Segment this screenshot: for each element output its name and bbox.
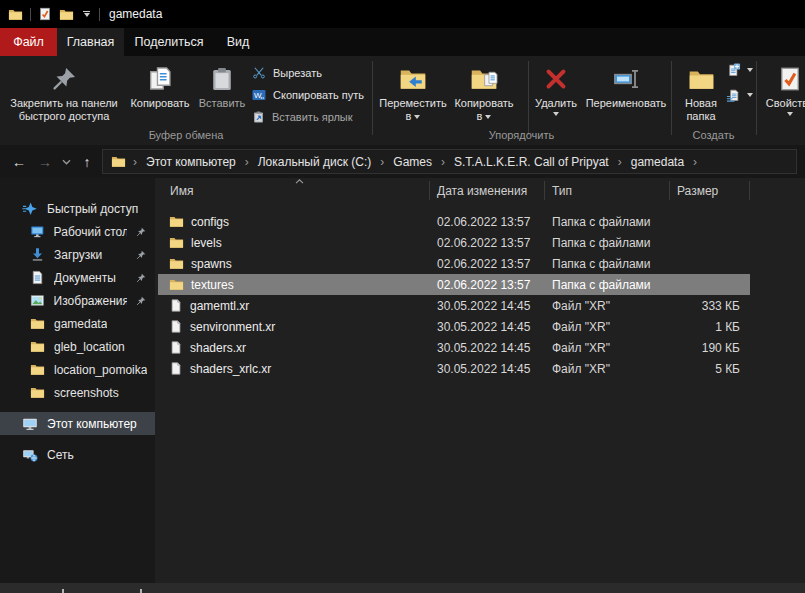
breadcrumb-chevron[interactable]: ›	[378, 155, 386, 169]
breadcrumb-chevron[interactable]: ›	[243, 155, 251, 169]
tab-share[interactable]: Поделиться	[124, 28, 214, 56]
new-folder-icon	[688, 61, 715, 97]
folder-icon	[169, 235, 184, 250]
pin-icon	[136, 227, 146, 237]
dropdown-arrow-icon	[553, 112, 559, 116]
copy-to-button[interactable]: Копировать в	[450, 61, 518, 123]
pin-to-quick-access-button[interactable]: Закрепить на панели быстрого доступа	[6, 61, 122, 123]
table-row-shaders[interactable]: shaders.xr 30.05.2022 14:45 Файл "XR" 19…	[158, 337, 750, 358]
column-header-size[interactable]: Размер	[670, 178, 750, 203]
address-bar[interactable]: › Этот компьютер › Локальный диск (C:) ›…	[102, 149, 797, 174]
breadcrumb-games[interactable]: Games	[387, 153, 438, 171]
new-item-icon	[726, 63, 741, 78]
folder-icon	[169, 214, 184, 229]
tab-home[interactable]: Главная	[57, 28, 124, 56]
sidebar-gap	[0, 435, 155, 443]
tab-file[interactable]: Файл	[0, 28, 57, 56]
address-folder-icon	[111, 154, 126, 169]
status-bar	[0, 583, 805, 593]
paste-button[interactable]: Вставить	[197, 61, 247, 110]
folder-icon	[30, 385, 45, 400]
table-row-senvironment[interactable]: senvironment.xr 30.05.2022 14:45 Файл "X…	[158, 316, 750, 337]
table-row-levels[interactable]: levels 02.06.2022 13:57 Папка с файлами	[158, 232, 750, 253]
back-button[interactable]: ←	[8, 151, 30, 173]
sidebar-item-documents[interactable]: Документы	[0, 266, 155, 289]
quick-access-star-icon	[22, 201, 38, 217]
ribbon: Закрепить на панели быстрого доступа Коп…	[0, 56, 805, 145]
ribbon-group-divider	[671, 61, 672, 135]
paste-shortcut-button[interactable]: Вставить ярлык	[252, 109, 364, 125]
pin-icon	[136, 296, 146, 306]
dropdown-arrow-icon	[747, 93, 753, 97]
sidebar-item-screenshots[interactable]: screenshots	[0, 381, 155, 404]
title-bar: gamedata	[0, 0, 805, 28]
new-folder-button[interactable]: Новая папка	[676, 61, 726, 123]
sidebar-item-gleb-location[interactable]: gleb_location	[0, 335, 155, 358]
dropdown-arrow-icon	[747, 68, 753, 72]
breadcrumb-gamedata[interactable]: gamedata	[625, 153, 690, 171]
svg-text:W: W	[254, 91, 262, 100]
pin-icon	[136, 273, 146, 283]
desktop-icon	[30, 224, 45, 239]
breadcrumb-this-pc[interactable]: Этот компьютер	[140, 153, 242, 171]
ribbon-inner-divider	[528, 61, 529, 135]
delete-x-icon	[544, 61, 568, 97]
column-header-type[interactable]: Тип	[545, 178, 670, 203]
column-header-date-modified[interactable]: Дата изменения	[430, 178, 545, 203]
sidebar-item-quick-access[interactable]: Быстрый доступ	[0, 197, 155, 220]
dropdown-arrow-icon	[414, 115, 420, 119]
pushpin-icon	[51, 61, 77, 97]
main-content: Быстрый доступ Рабочий стол Загрузки Док…	[0, 178, 805, 583]
copy-icon	[147, 61, 174, 97]
rename-button[interactable]: Переименовать	[582, 61, 670, 110]
breadcrumb-chevron[interactable]: ›	[439, 155, 447, 169]
recent-locations-chevron-icon[interactable]	[60, 159, 72, 165]
folder-icon	[30, 362, 45, 377]
easy-access-button[interactable]	[726, 87, 753, 103]
table-row-shaders-xrlc[interactable]: shaders_xrlc.xr 30.05.2022 14:45 Файл "X…	[158, 358, 750, 379]
folder-icon	[169, 277, 184, 292]
ribbon-group-divider	[756, 61, 757, 135]
qat-customize-chevron-icon[interactable]	[81, 9, 92, 19]
qat-properties-icon[interactable]	[38, 7, 52, 21]
breadcrumb-chevron[interactable]: ›	[691, 155, 699, 169]
computer-icon	[22, 416, 38, 432]
qat-new-folder-icon[interactable]	[59, 7, 74, 22]
sidebar-item-this-pc[interactable]: Этот компьютер	[0, 412, 155, 435]
folder-icon	[169, 256, 184, 271]
copy-path-icon: W	[252, 89, 266, 101]
pin-icon	[136, 250, 146, 260]
delete-button[interactable]: Удалить	[530, 61, 582, 116]
table-row-configs[interactable]: configs 02.06.2022 13:57 Папка с файлами	[158, 211, 750, 232]
breadcrumb-chevron: ›	[131, 155, 139, 169]
documents-icon	[30, 270, 45, 285]
forward-button[interactable]: →	[34, 151, 56, 173]
copy-button[interactable]: Копировать	[124, 61, 196, 110]
table-row-textures[interactable]: textures 02.06.2022 13:57 Папка с файлам…	[158, 274, 750, 295]
move-to-button[interactable]: Переместить в	[378, 61, 448, 123]
cut-button[interactable]: Вырезать	[252, 65, 364, 81]
paste-shortcut-icon	[252, 110, 265, 124]
column-headers: Имя Дата изменения Тип Размер	[155, 178, 805, 203]
table-row-gamemtl[interactable]: gamemtl.xr 30.05.2022 14:45 Файл "XR" 33…	[158, 295, 750, 316]
network-icon	[22, 447, 38, 463]
table-row-spawns[interactable]: spawns 02.06.2022 13:57 Папка с файлами	[158, 253, 750, 274]
sidebar-item-location-pomoika[interactable]: location_pomoika	[0, 358, 155, 381]
breadcrumb-chevron[interactable]: ›	[616, 155, 624, 169]
breadcrumb-stalker-cop[interactable]: S.T.A.L.K.E.R. Call of Pripyat	[448, 153, 615, 171]
column-header-name[interactable]: Имя	[155, 178, 430, 203]
dropdown-arrow-icon	[787, 112, 793, 116]
breadcrumb-local-disk-c[interactable]: Локальный диск (C:)	[252, 153, 378, 171]
new-item-button[interactable]	[726, 62, 753, 78]
sidebar-item-desktop[interactable]: Рабочий стол	[0, 220, 155, 243]
sidebar-item-downloads[interactable]: Загрузки	[0, 243, 155, 266]
tab-view[interactable]: Вид	[214, 28, 262, 56]
sidebar-item-gamedata[interactable]: gamedata	[0, 312, 155, 335]
properties-button[interactable]: Свойства	[760, 61, 805, 116]
pictures-icon	[30, 293, 45, 308]
up-button[interactable]: ↑	[76, 151, 98, 173]
sidebar-item-pictures[interactable]: Изображения	[0, 289, 155, 312]
scissors-icon	[252, 66, 266, 80]
copy-path-button[interactable]: W Скопировать путь	[252, 87, 364, 103]
sidebar-item-network[interactable]: Сеть	[0, 443, 155, 466]
